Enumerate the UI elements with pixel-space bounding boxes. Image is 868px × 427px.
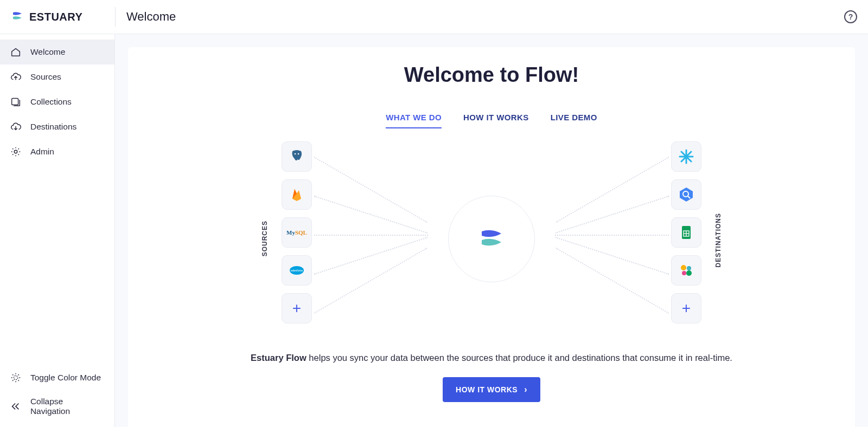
- flow-connector: [556, 157, 669, 223]
- svg-point-15: [687, 266, 691, 270]
- svg-point-1: [14, 150, 17, 153]
- header-divider: [115, 7, 116, 27]
- main-content: Welcome to Flow! WHAT WE DO HOW IT WORKS…: [128, 47, 855, 427]
- brand-name: ESTUARY: [29, 11, 82, 23]
- tab-live-demo[interactable]: LIVE DEMO: [551, 113, 597, 128]
- svg-point-16: [682, 271, 686, 275]
- flow-connector: [314, 196, 428, 234]
- sidebar-item-collections[interactable]: Collections: [0, 89, 114, 114]
- svg-text:salesforce: salesforce: [291, 269, 303, 272]
- description-rest: helps you sync your data between the sou…: [307, 353, 732, 363]
- chevron-right-icon: ›: [524, 385, 527, 394]
- welcome-heading: Welcome to Flow!: [404, 63, 579, 87]
- toggle-color-mode[interactable]: Toggle Color Mode: [0, 365, 114, 390]
- destination-tile-snowflake[interactable]: [671, 141, 701, 172]
- snowflake-icon: [678, 148, 695, 165]
- svg-point-14: [681, 265, 686, 270]
- flow-center: [448, 196, 535, 282]
- estuary-flow-icon: [476, 224, 507, 254]
- sidebar-item-label: Welcome: [30, 47, 65, 57]
- flow-connector: [555, 237, 669, 275]
- tabs: WHAT WE DO HOW IT WORKS LIVE DEMO: [386, 113, 597, 128]
- cta-label: HOW IT WORKS: [456, 385, 518, 394]
- svg-point-17: [686, 270, 692, 276]
- svg-rect-0: [12, 99, 18, 105]
- source-tile-postgresql[interactable]: [282, 141, 312, 172]
- svg-point-2: [14, 376, 17, 379]
- sidebar-item-label: Collapse Navigation: [30, 397, 105, 416]
- header: ESTUARY Welcome ?: [0, 0, 868, 34]
- destination-tile-add[interactable]: +: [671, 293, 701, 324]
- destination-tiles: +: [671, 141, 701, 324]
- salesforce-icon: salesforce: [288, 262, 305, 279]
- google-sheets-icon: [678, 224, 695, 241]
- sidebar-item-label: Admin: [30, 147, 54, 157]
- svg-point-4: [298, 153, 299, 155]
- gear-icon: [10, 146, 22, 158]
- flow-diagram: SOURCES DESTINATIONS: [272, 141, 711, 337]
- flow-connector: [555, 235, 669, 236]
- help-button[interactable]: ?: [844, 10, 857, 23]
- sun-icon: [10, 372, 22, 384]
- cloud-down-icon: [10, 121, 22, 133]
- collection-icon: [10, 96, 22, 108]
- flow-connector: [555, 196, 669, 234]
- sidebar-item-label: Sources: [30, 72, 61, 82]
- destination-tile-bigquery[interactable]: [671, 179, 701, 210]
- flow-connector: [556, 248, 669, 314]
- mysql-icon: MySQL: [286, 229, 307, 236]
- tab-how-it-works[interactable]: HOW IT WORKS: [463, 113, 529, 128]
- source-tile-firebase[interactable]: [282, 179, 312, 210]
- destination-tile-google-sheets[interactable]: [671, 217, 701, 248]
- cloud-up-icon: [10, 71, 22, 83]
- source-tiles: MySQL salesforce +: [282, 141, 312, 324]
- collapse-navigation[interactable]: Collapse Navigation: [0, 390, 114, 423]
- flow-connector: [314, 237, 428, 275]
- firebase-icon: [288, 186, 305, 203]
- sidebar-item-label: Collections: [30, 97, 72, 107]
- sidebar-item-label: Toggle Color Mode: [30, 373, 101, 383]
- help-icon: ?: [848, 12, 853, 21]
- sidebar-item-welcome[interactable]: Welcome: [0, 40, 114, 64]
- flow-connector: [314, 248, 427, 314]
- flow-connector: [314, 157, 427, 223]
- plus-icon: +: [292, 300, 301, 317]
- home-icon: [10, 46, 22, 58]
- description-text: Estuary Flow helps you sync your data be…: [251, 353, 732, 363]
- destination-tile-elastic[interactable]: [671, 255, 701, 286]
- destinations-label: DESTINATIONS: [714, 213, 722, 267]
- page-title: Welcome: [126, 10, 176, 24]
- how-it-works-button[interactable]: HOW IT WORKS ›: [443, 377, 540, 402]
- sidebar-item-destinations[interactable]: Destinations: [0, 114, 114, 139]
- sidebar-item-label: Destinations: [30, 122, 76, 132]
- flow-connector: [314, 235, 428, 236]
- postgresql-icon: [288, 148, 305, 165]
- source-tile-mysql[interactable]: MySQL: [282, 217, 312, 248]
- plus-icon: +: [682, 300, 691, 317]
- chevrons-left-icon: [10, 400, 22, 412]
- brand-logo[interactable]: ESTUARY: [11, 10, 115, 23]
- svg-marker-7: [680, 187, 693, 202]
- sidebar-item-admin[interactable]: Admin: [0, 139, 114, 164]
- sidebar: Welcome Sources Collections: [0, 34, 115, 427]
- tab-what-we-do[interactable]: WHAT WE DO: [386, 113, 442, 128]
- bigquery-icon: [678, 186, 695, 203]
- description-bold: Estuary Flow: [251, 353, 307, 363]
- svg-point-3: [295, 153, 296, 155]
- source-tile-add[interactable]: +: [282, 293, 312, 324]
- source-tile-salesforce[interactable]: salesforce: [282, 255, 312, 286]
- sidebar-item-sources[interactable]: Sources: [0, 64, 114, 89]
- estuary-logo-icon: [11, 10, 24, 23]
- sources-label: SOURCES: [261, 221, 269, 256]
- elastic-icon: [678, 262, 695, 279]
